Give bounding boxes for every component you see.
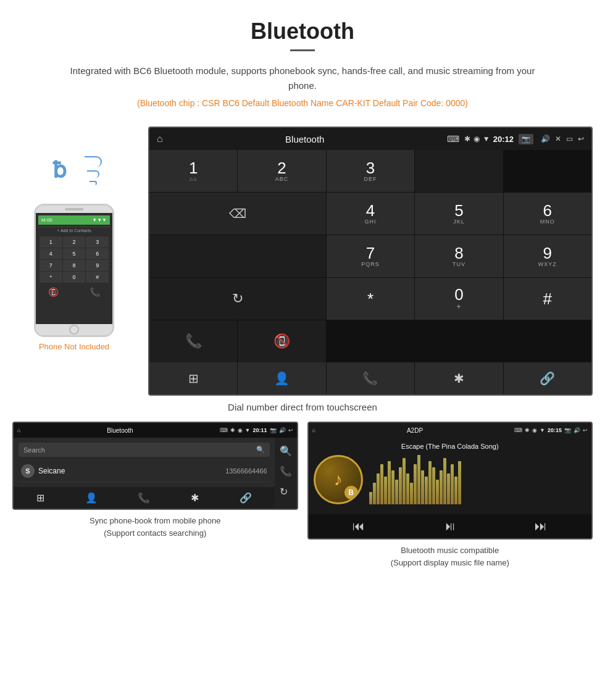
location-status-icon: ◉ bbox=[474, 135, 480, 143]
specs-text: (Bluetooth chip : CSR BC6 Default Blueto… bbox=[12, 98, 593, 108]
pb-vol-icon: 🔊 bbox=[279, 427, 286, 433]
pb-bt-btn[interactable]: ✱ bbox=[191, 492, 199, 504]
music-play-pause-button[interactable]: ⏯ bbox=[444, 519, 456, 533]
phonebook-search-bar[interactable]: Search 🔍 bbox=[19, 443, 270, 457]
visualizer-bar bbox=[428, 461, 432, 504]
description-text: Integrated with BC6 Bluetooth module, su… bbox=[62, 64, 543, 93]
visualizer-bar bbox=[443, 458, 446, 504]
main-caption: Dial number direct from touchscreen bbox=[0, 402, 605, 412]
pb-bt-icon: ✱ bbox=[230, 427, 235, 433]
phone-key-0: 0 bbox=[63, 272, 86, 283]
dial-key-6[interactable]: 6MNO bbox=[504, 193, 591, 235]
music-card: ⌂ A2DP ⌨ ✱ ◉ ▼ 20:15 📷 🔊 ↩ Escape (The P… bbox=[307, 422, 593, 569]
dial-display bbox=[415, 150, 503, 192]
music-song-title: Escape (The Pina Colada Song) bbox=[314, 443, 587, 450]
bt-status-icon: ✱ bbox=[464, 135, 470, 143]
pb-side-search-icon[interactable]: 🔍 bbox=[277, 441, 294, 460]
phone-key-3: 3 bbox=[86, 236, 109, 248]
music-cam-icon: 📷 bbox=[564, 427, 571, 433]
music-note-icon: ♪ bbox=[334, 470, 343, 490]
phone-home-button bbox=[69, 325, 79, 335]
music-caption: Bluetooth music compatible(Support displ… bbox=[307, 544, 593, 569]
dialpad-bluetooth-icon[interactable]: ✱ bbox=[415, 362, 503, 394]
title-divider bbox=[290, 49, 315, 51]
phone-key-hash: # bbox=[86, 272, 109, 283]
pb-side-phone-icon[interactable]: 📞 bbox=[277, 462, 294, 481]
screen-window-icon: ▭ bbox=[566, 135, 573, 143]
search-icon: 🔍 bbox=[256, 446, 265, 454]
bluetooth-symbol-icon: ƀ bbox=[52, 157, 67, 183]
visualizer-bar bbox=[447, 473, 450, 504]
wave-small bbox=[90, 181, 97, 185]
wave-medium bbox=[87, 170, 99, 178]
dialpad-contacts-icon[interactable]: 👤 bbox=[238, 362, 325, 394]
screen-status-bar: ⌂ Bluetooth ⌨ ✱ ◉ ▼ 20:12 📷 🔊 ✕ ▭ ↩ bbox=[149, 128, 591, 150]
wave-large bbox=[85, 156, 102, 167]
bluetooth-icon-area: ƀ bbox=[46, 151, 102, 194]
visualizer-bar bbox=[406, 473, 409, 504]
pb-side-refresh-icon[interactable]: ↻ bbox=[277, 482, 294, 501]
dial-end-button[interactable]: 📵 bbox=[238, 320, 325, 362]
phonebook-caption: Sync phone-book from mobile phone(Suppor… bbox=[12, 515, 298, 539]
music-back-icon: ↩ bbox=[583, 427, 588, 433]
dial-call-button[interactable]: 📞 bbox=[149, 320, 237, 362]
pb-grid-btn[interactable]: ⊞ bbox=[36, 492, 44, 504]
music-next-button[interactable]: ⏭ bbox=[535, 519, 547, 533]
visualizer-bar bbox=[454, 477, 457, 504]
music-artwork-area: ♪ B bbox=[314, 455, 587, 504]
phone-add-contact-label: + Add to Contacts bbox=[38, 227, 110, 234]
camera-button[interactable]: 📷 bbox=[519, 134, 533, 144]
screen-time: 20:12 bbox=[493, 135, 514, 144]
dial-key-hash[interactable]: # bbox=[504, 278, 591, 320]
visualizer-bar bbox=[380, 464, 383, 504]
phonebook-contact-row[interactable]: S Seicane 13566664466 bbox=[19, 460, 270, 482]
dial-key-8[interactable]: 8TUV bbox=[415, 235, 503, 277]
phonebook-main-content: Search 🔍 S Seicane 13566664466 ⊞ 👤 📞 bbox=[14, 438, 275, 509]
contact-letter-avatar: S bbox=[21, 464, 35, 478]
phonebook-side-icons: 🔍 📞 ↻ bbox=[275, 438, 297, 509]
music-screen: ⌂ A2DP ⌨ ✱ ◉ ▼ 20:15 📷 🔊 ↩ Escape (The P… bbox=[307, 422, 593, 540]
pb-sig-icon: ▼ bbox=[245, 427, 251, 433]
contact-name: Seicane bbox=[38, 467, 222, 475]
phonebook-screen: ⌂ Bluetooth ⌨ ✱ ◉ ▼ 20:11 📷 🔊 ↩ Search 🔍 bbox=[12, 422, 298, 510]
pb-contacts-btn[interactable]: 👤 bbox=[85, 492, 98, 504]
dial-key-7[interactable]: 7PQRS bbox=[327, 235, 414, 277]
dialpad-grid-icon[interactable]: ⊞ bbox=[149, 362, 237, 394]
phone-screen: M:00 ▼▼▼ + Add to Contacts 1 2 3 4 5 6 7… bbox=[36, 213, 112, 324]
visualizer-bar bbox=[425, 477, 428, 504]
dialpad-link-icon[interactable]: 🔗 bbox=[504, 362, 591, 394]
phone-not-included-label: Phone Not Included bbox=[39, 342, 109, 351]
dial-refresh[interactable]: ↻ bbox=[149, 278, 326, 320]
visualizer-bar bbox=[377, 473, 380, 504]
phone-key-2: 2 bbox=[63, 236, 86, 248]
dial-key-2[interactable]: 2ABC bbox=[238, 150, 325, 192]
visualizer-bar bbox=[421, 470, 424, 504]
visualizer-bar bbox=[451, 464, 454, 504]
pb-link-btn[interactable]: 🔗 bbox=[240, 492, 252, 504]
page-title: Bluetooth bbox=[12, 19, 593, 44]
phone-dialpad: 1 2 3 4 5 6 7 8 9 * 0 # bbox=[40, 236, 109, 283]
dialpad-phone-icon[interactable]: 📞 bbox=[327, 362, 414, 394]
music-sig-icon: ▼ bbox=[540, 427, 545, 433]
phonebook-bottom-bar: ⊞ 👤 📞 ✱ 🔗 bbox=[14, 487, 275, 509]
phone-top-bar bbox=[36, 206, 112, 213]
dial-delete-button[interactable]: ⌫ bbox=[149, 193, 326, 235]
music-vol-icon: 🔊 bbox=[574, 427, 580, 433]
phone-call-icon: 📞 bbox=[90, 287, 100, 297]
screen-usb-icon: ⌨ bbox=[447, 134, 459, 144]
dial-key-1[interactable]: 1⌂⌂ bbox=[149, 150, 237, 192]
visualizer-bar bbox=[388, 461, 391, 504]
phone-screen-header: M:00 ▼▼▼ bbox=[38, 215, 110, 225]
music-visualizer bbox=[369, 455, 587, 504]
dial-key-9[interactable]: 9WXYZ bbox=[504, 235, 591, 277]
dial-key-0[interactable]: 0+ bbox=[415, 278, 503, 320]
dial-key-3[interactable]: 3DEF bbox=[327, 150, 414, 192]
pb-call-btn[interactable]: 📞 bbox=[138, 492, 150, 504]
dial-key-5[interactable]: 5JKL bbox=[415, 193, 503, 235]
music-prev-button[interactable]: ⏮ bbox=[353, 519, 365, 533]
music-loc-icon: ◉ bbox=[532, 427, 537, 433]
dial-key-star[interactable]: * bbox=[327, 278, 414, 320]
dial-key-4[interactable]: 4GHI bbox=[327, 193, 414, 235]
visualizer-bar bbox=[395, 480, 398, 504]
music-bt-icon: ✱ bbox=[525, 427, 530, 433]
